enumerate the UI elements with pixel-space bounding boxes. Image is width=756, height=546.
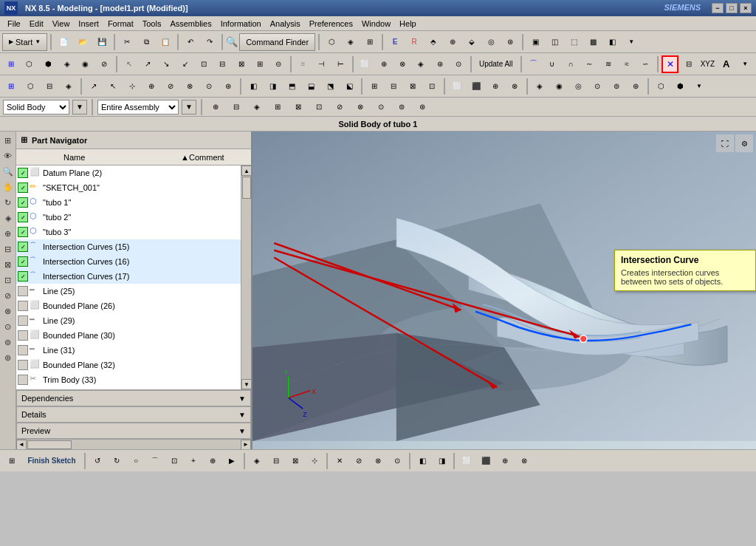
menu-window[interactable]: Window <box>357 18 395 29</box>
tb3-btn-x[interactable]: ⬛ <box>467 78 485 95</box>
redo-button[interactable]: ↷ <box>201 33 219 51</box>
bt-btn-c[interactable]: ↻ <box>108 452 126 470</box>
tb-btn-a[interactable]: ⬡ <box>323 33 340 51</box>
tb2-btn-j[interactable]: ↙ <box>176 55 193 73</box>
scroll-thumb[interactable] <box>242 177 251 199</box>
finish-sketch-btn[interactable]: Finish Sketch <box>22 452 81 470</box>
filter-tb-f[interactable]: ⊡ <box>310 98 328 116</box>
start-button[interactable]: ▶ Start ▼ <box>2 33 47 51</box>
undo-button[interactable]: ↶ <box>182 33 199 51</box>
tb2-btn-t[interactable]: ⊕ <box>375 55 392 73</box>
nav-checkbox-5[interactable]: ✓ <box>18 227 28 237</box>
nav-item-bp30[interactable]: ⬜ Bounded Plane (30) <box>16 328 241 343</box>
scroll-down-button[interactable]: ▼ <box>241 379 251 389</box>
paste-button[interactable]: 📋 <box>157 33 174 51</box>
menu-format[interactable]: Format <box>103 18 138 29</box>
bt-btn-w[interactable]: ⊗ <box>515 452 533 470</box>
filter-tb-e[interactable]: ⊠ <box>289 98 307 116</box>
bt-btn-u[interactable]: ⬛ <box>477 452 495 470</box>
scroll-up-button[interactable]: ▲ <box>241 165 251 176</box>
filter-tb-a[interactable]: ⊕ <box>207 98 224 116</box>
sidebar-a5[interactable]: ⊡ <box>1 273 16 287</box>
bt-btn-l[interactable]: ⊠ <box>286 452 304 470</box>
tb2-btn-b[interactable]: ⬡ <box>21 55 38 73</box>
bt-btn-r[interactable]: ◧ <box>413 452 431 470</box>
tb2-btn-i[interactable]: ↘ <box>158 55 175 73</box>
bt-btn-d[interactable]: ○ <box>127 452 145 470</box>
tb2-btn-d[interactable]: ◈ <box>58 55 75 73</box>
tb2-btn-g[interactable]: ↖ <box>120 55 137 73</box>
scope-dropdown[interactable]: ▼ <box>182 100 196 115</box>
save-button[interactable]: 💾 <box>93 33 111 51</box>
scope-select[interactable]: Entire Assembly <box>97 100 179 115</box>
extrude-button[interactable]: E <box>386 33 404 51</box>
tb3-btn-n[interactable]: ◨ <box>264 78 281 95</box>
menu-analysis[interactable]: Analysis <box>266 18 305 29</box>
tb2-btn-bb[interactable]: ∼ <box>581 55 598 73</box>
tb-btn-l[interactable]: ▩ <box>584 33 602 51</box>
tb2-btn-gg[interactable]: XYZ <box>699 55 716 73</box>
tb3-btn-ff[interactable]: ⊛ <box>627 78 645 95</box>
menu-edit[interactable]: Edit <box>25 18 48 29</box>
tb3-btn-m[interactable]: ◧ <box>244 78 262 95</box>
tb3-btn-bb[interactable]: ◉ <box>550 78 568 95</box>
body-type-select[interactable]: Solid Body <box>3 100 69 115</box>
tb2-btn-cc[interactable]: ≋ <box>599 55 616 73</box>
bt-btn-j[interactable]: ◈ <box>248 452 266 470</box>
sidebar-zoom-icon[interactable]: 🔍 <box>1 164 16 179</box>
viewport-3d[interactable]: X Y Z Intersection Curve Creates interse… <box>252 132 756 449</box>
filter-tb-i[interactable]: ⊙ <box>372 98 390 116</box>
intersection-curve-button[interactable]: ✕ <box>662 55 678 73</box>
tb2-btn-o[interactable]: ⊝ <box>270 55 287 73</box>
tb-btn-e[interactable]: ⊕ <box>444 33 461 51</box>
nav-item-tb33[interactable]: ✂ Trim Body (33) <box>16 372 241 387</box>
tb2-btn-s[interactable]: ⬜ <box>357 55 374 73</box>
tb2-btn-ee[interactable]: ∽ <box>637 55 654 73</box>
hscroll-left-button[interactable]: ◄ <box>16 440 27 450</box>
filter-tb-j[interactable]: ⊚ <box>393 98 410 116</box>
tb-btn-d[interactable]: ⬘ <box>425 33 442 51</box>
nav-checkbox-7[interactable]: ✓ <box>18 256 28 267</box>
tb-btn-dropdown[interactable]: ▼ <box>622 33 640 51</box>
tb-btn-f[interactable]: ⬙ <box>463 33 481 51</box>
open-button[interactable]: 📂 <box>74 33 92 51</box>
tb-btn-m[interactable]: ◧ <box>603 33 621 51</box>
sidebar-a10[interactable]: ⊛ <box>1 350 16 365</box>
bt-btn-i[interactable]: ▶ <box>223 452 241 470</box>
sidebar-a8[interactable]: ⊙ <box>1 319 16 334</box>
tb2-btn-h[interactable]: ↗ <box>139 55 156 73</box>
tb3-btn-b[interactable]: ⬡ <box>21 78 39 95</box>
tb2-btn-v[interactable]: ◈ <box>413 55 430 73</box>
tb2-btn-p[interactable]: ≡ <box>295 55 312 73</box>
tb3-btn-d[interactable]: ◈ <box>60 78 78 95</box>
bt-btn-e[interactable]: ⌒ <box>146 452 164 470</box>
tb2-btn-f[interactable]: ⊘ <box>96 55 113 73</box>
nav-checkbox-4[interactable]: ✓ <box>18 212 28 222</box>
bt-btn-k[interactable]: ⊟ <box>267 452 285 470</box>
bt-btn-n[interactable]: ✕ <box>331 452 348 470</box>
nav-item-tubo1[interactable]: ✓ ⬡ "tubo 1" <box>16 195 241 210</box>
sidebar-a2[interactable]: ⊕ <box>1 226 16 241</box>
details-panel-header[interactable]: Details ▼ <box>16 406 251 423</box>
menu-help[interactable]: Help <box>395 18 421 29</box>
tb2-btn-e[interactable]: ◉ <box>77 55 94 73</box>
nav-checkbox-13[interactable] <box>18 345 28 355</box>
menu-insert[interactable]: Insert <box>74 18 103 29</box>
bt-btn-p[interactable]: ⊗ <box>369 452 387 470</box>
tb3-btn-hh[interactable]: ⬢ <box>671 78 689 95</box>
filter-tb-d[interactable]: ⊞ <box>269 98 286 116</box>
nav-item-tubo3[interactable]: ✓ ⬡ "tubo 3" <box>16 225 241 239</box>
tb2-btn-n[interactable]: ⊞ <box>251 55 268 73</box>
tb2-btn-ff[interactable]: ⊟ <box>680 55 697 73</box>
nav-item-tb34[interactable]: ✂ Trim Body (34) <box>16 387 241 389</box>
tb3-btn-k[interactable]: ⊙ <box>200 78 218 95</box>
sidebar-a3[interactable]: ⊟ <box>1 242 16 256</box>
tb2-btn-q[interactable]: ⊣ <box>313 55 330 73</box>
bt-btn-s[interactable]: ◨ <box>433 452 450 470</box>
tb3-btn-l[interactable]: ⊛ <box>219 78 237 95</box>
nav-checkbox-1[interactable]: ✓ <box>18 168 28 178</box>
tb3-btn-dropdown[interactable]: ▼ <box>690 78 708 95</box>
tb3-btn-dd[interactable]: ⊙ <box>588 78 606 95</box>
nav-checkbox-12[interactable] <box>18 330 28 341</box>
tb3-btn-g[interactable]: ⊹ <box>123 78 141 95</box>
